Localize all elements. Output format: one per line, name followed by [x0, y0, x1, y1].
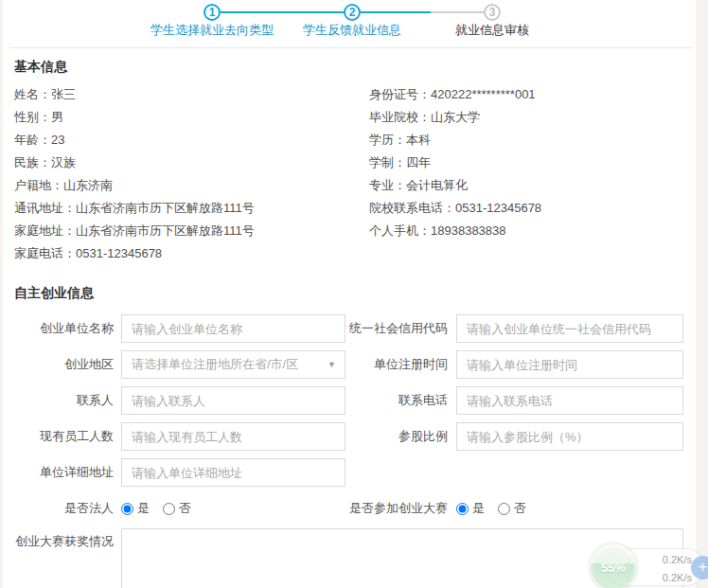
info-item-home-phone: 家庭电话：0531-12345678: [14, 242, 369, 265]
memory-usage-ball[interactable]: 55%: [591, 544, 636, 588]
share-ratio-label: 参股比例: [345, 428, 448, 445]
is-legal-person-yes-radio[interactable]: [121, 503, 133, 515]
info-item-major: 专业：会计电算化: [369, 174, 541, 197]
info-item-mailing-address: 通讯地址：山东省济南市历下区解放路111号: [14, 197, 369, 220]
credit-code-input[interactable]: [456, 314, 683, 343]
stepper-line-2-3-done: [361, 11, 431, 13]
region-label: 创业地区: [14, 356, 114, 373]
competition-no-radio[interactable]: [498, 503, 510, 515]
plus-button[interactable]: +: [691, 556, 708, 579]
student-employment-form-page: 1 2 3 学生选择就业去向类型 学生反馈就业信息 就业信息审核 基本信息 姓名…: [0, 0, 708, 588]
company-name-label: 创业单位名称: [14, 320, 114, 337]
register-time-input[interactable]: [456, 350, 683, 379]
credit-code-label: 统一社会信用代码: [345, 320, 448, 337]
company-name-input[interactable]: [121, 314, 345, 343]
info-item-ethnicity: 民族：汉族: [14, 151, 369, 174]
download-speed-value: 0.2K/s: [637, 572, 692, 583]
info-item-age: 年龄：23: [14, 129, 369, 151]
share-ratio-input[interactable]: [456, 422, 683, 451]
info-item-registered-residence: 户籍地：山东济南: [14, 174, 369, 197]
info-item-graduated-school: 毕业院校：山东大学: [369, 106, 541, 129]
is-legal-person-no-radio[interactable]: [163, 503, 175, 515]
basic-info-title: 基本信息: [14, 59, 694, 76]
stepper-line-1-2: [221, 11, 344, 13]
info-item-id-number: 身份证号：420222*********001: [369, 83, 541, 106]
is-legal-person-yes-label: 是: [137, 500, 150, 517]
right-edge-strip: [696, 0, 708, 588]
step-2-circle: 2: [344, 4, 361, 21]
info-item-school-system: 学制：四年: [369, 151, 541, 174]
contact-phone-input[interactable]: [456, 386, 683, 415]
info-item-school-phone: 院校联系电话：0531-12345678: [369, 197, 541, 220]
contact-label: 联系人: [14, 392, 114, 409]
is-legal-person-no-label: 否: [179, 500, 191, 517]
competition-label: 是否参加创业大赛: [345, 500, 448, 517]
info-item-home-address: 家庭地址：山东省济南市历下区解放路111号: [14, 220, 369, 242]
chevron-down-icon: ▼: [327, 351, 336, 378]
step-3-label: 就业信息审核: [398, 22, 587, 39]
step-3-circle: 3: [484, 4, 501, 21]
info-item-name: 姓名：张三: [14, 83, 369, 106]
unit-address-input[interactable]: [121, 458, 345, 487]
is-legal-person-label: 是否法人: [14, 500, 114, 517]
basic-info-right-column: 身份证号：420222*********001 毕业院校：山东大学 学历：本科 …: [369, 83, 541, 265]
basic-info-section: 基本信息 姓名：张三 性别：男 年龄：23 民族：汉族 户籍地：山东济南 通讯地…: [14, 59, 694, 265]
employees-label: 现有员工人数: [14, 428, 114, 445]
startup-info-section: 自主创业信息 创业单位名称 统一社会信用代码 创业地区 请选择单位注册地所在省/…: [14, 285, 694, 588]
progress-stepper: 1 2 3 学生选择就业去向类型 学生反馈就业信息 就业信息审核: [0, 0, 708, 47]
basic-info-left-column: 姓名：张三 性别：男 年龄：23 民族：汉族 户籍地：山东济南 通讯地址：山东省…: [14, 83, 369, 265]
competition-yes-radio[interactable]: [456, 503, 469, 515]
upload-speed-value: 0.2K/s: [637, 554, 692, 565]
stepper-line-2-3-pending: [431, 11, 484, 13]
award-label: 创业大赛获奖情况: [14, 528, 114, 550]
contact-phone-label: 联系电话: [345, 392, 448, 409]
competition-no-label: 否: [514, 500, 526, 517]
info-item-degree: 学历：本科: [369, 129, 541, 151]
is-legal-person-radio-group: 是 否: [121, 500, 345, 517]
step-1-circle: 1: [204, 4, 221, 21]
unit-address-label: 单位详细地址: [14, 464, 114, 481]
info-item-gender: 性别：男: [14, 106, 369, 129]
employees-input[interactable]: [121, 422, 345, 451]
plus-icon: +: [699, 558, 708, 576]
contact-input[interactable]: [121, 386, 345, 415]
memory-usage-percent: 55%: [601, 561, 626, 575]
region-select[interactable]: 请选择单位注册地所在省/市/区 ▼: [121, 350, 345, 379]
region-select-placeholder: 请选择单位注册地所在省/市/区: [132, 357, 298, 371]
left-edge-strip: [0, 0, 3, 588]
register-time-label: 单位注册时间: [345, 356, 448, 373]
competition-radio-group: 是 否: [456, 500, 540, 517]
competition-yes-label: 是: [472, 500, 485, 517]
startup-info-title: 自主创业信息: [14, 285, 694, 302]
info-item-mobile-phone: 个人手机：18938383838: [369, 220, 541, 242]
header-divider: [9, 47, 693, 48]
